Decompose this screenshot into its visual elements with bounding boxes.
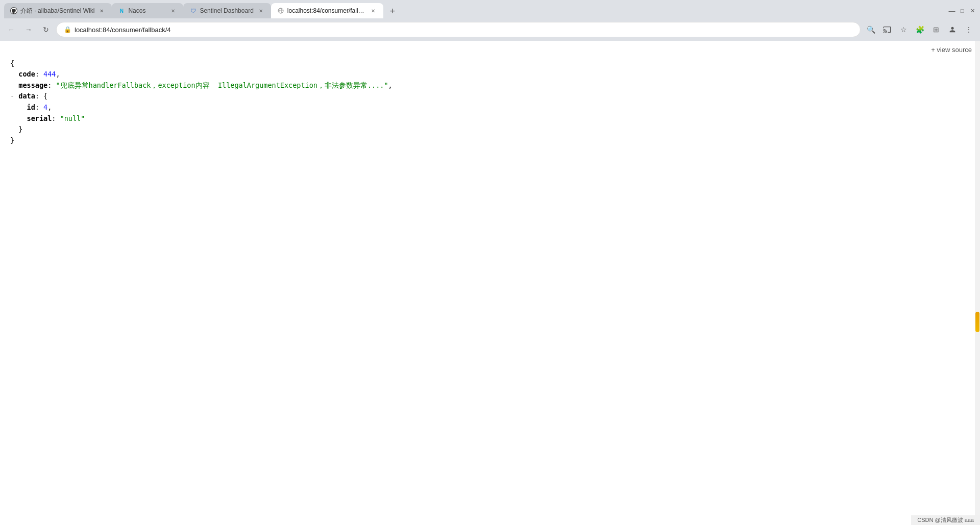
- json-key-serial: serial: [27, 114, 52, 122]
- page-content: + view source { code: 444, message: "兜底异…: [0, 41, 980, 525]
- json-key-message: message: [18, 81, 47, 89]
- json-collapse-data[interactable]: -: [10, 92, 18, 100]
- json-value-id: 4: [43, 103, 47, 111]
- json-close-brace: }: [10, 136, 14, 144]
- browser-chrome: 介绍 · alibaba/Sentinel Wiki ✕ N Nacos ✕ 🛡…: [0, 0, 980, 41]
- view-source-label: + view source: [931, 45, 972, 56]
- url-text: localhost:84/consumer/fallback/4: [75, 26, 853, 34]
- omnibox-bar: ← → ↻ 🔒 localhost:84/consumer/fallback/4…: [0, 18, 980, 41]
- toolbar-icons: 🔍 ☆ 🧩 ⊞ ⋮: [864, 22, 976, 37]
- tab-close-sentinel[interactable]: ✕: [257, 7, 265, 15]
- reload-button[interactable]: ↻: [39, 22, 53, 37]
- tab-icon-nacos: N: [118, 7, 125, 14]
- tab-close-active[interactable]: ✕: [369, 7, 377, 15]
- tab-close-github[interactable]: ✕: [97, 7, 106, 15]
- forward-button[interactable]: →: [21, 22, 36, 37]
- scrollbar-track[interactable]: [975, 41, 980, 525]
- json-display: { code: 444, message: "兜底异常handlerFallba…: [0, 45, 980, 159]
- tab-title-sentinel: Sentinel Dashboard: [200, 7, 253, 14]
- json-key-id: id: [27, 103, 35, 111]
- search-icon[interactable]: 🔍: [864, 22, 878, 37]
- tabs-container: 介绍 · alibaba/Sentinel Wiki ✕ N Nacos ✕ 🛡…: [4, 3, 944, 18]
- minimize-button[interactable]: —: [948, 7, 955, 14]
- tab-sentinel[interactable]: 🛡 Sentinel Dashboard ✕: [183, 3, 271, 18]
- tab-icon-active: [277, 7, 284, 14]
- json-value-code: 444: [43, 70, 56, 78]
- new-tab-button[interactable]: +: [385, 4, 400, 18]
- cast-icon[interactable]: [880, 22, 894, 37]
- status-bar: CSDN @清风微波 aaa: [911, 515, 980, 525]
- json-key-data: data: [18, 92, 35, 100]
- tab-title-github: 介绍 · alibaba/Sentinel Wiki: [20, 7, 94, 15]
- back-button[interactable]: ←: [4, 22, 18, 37]
- json-key-code: code: [18, 70, 35, 78]
- extensions-icon[interactable]: 🧩: [913, 22, 927, 37]
- json-open-brace: {: [10, 59, 14, 67]
- json-close-data-brace: }: [18, 125, 22, 133]
- window-controls: — □ ✕: [948, 7, 976, 14]
- tab-close-nacos[interactable]: ✕: [169, 7, 177, 15]
- view-source-button[interactable]: + view source: [931, 45, 972, 56]
- status-text: CSDN @清风微波 aaa: [917, 517, 974, 523]
- close-button[interactable]: ✕: [969, 7, 976, 14]
- grid-icon[interactable]: ⊞: [929, 22, 943, 37]
- menu-icon[interactable]: ⋮: [962, 22, 976, 37]
- address-bar[interactable]: 🔒 localhost:84/consumer/fallback/4: [56, 22, 861, 37]
- bookmark-icon[interactable]: ☆: [896, 22, 911, 37]
- tab-icon-github: [10, 7, 17, 14]
- profile-icon[interactable]: [945, 22, 960, 37]
- tab-nacos[interactable]: N Nacos ✕: [112, 3, 183, 18]
- tab-title-nacos: Nacos: [128, 7, 166, 14]
- lock-icon: 🔒: [64, 26, 71, 33]
- tab-icon-sentinel: 🛡: [189, 7, 197, 14]
- tab-title-active: localhost:84/consumer/fallbac: [287, 7, 366, 14]
- tab-active[interactable]: localhost:84/consumer/fallbac ✕: [271, 3, 383, 18]
- json-value-serial: "null": [60, 114, 85, 122]
- json-value-message: "兜底异常handlerFallback，exception内容 Illegal…: [56, 81, 388, 89]
- tab-github[interactable]: 介绍 · alibaba/Sentinel Wiki ✕: [4, 3, 112, 18]
- scrollbar-thumb[interactable]: [975, 312, 979, 332]
- maximize-button[interactable]: □: [959, 7, 966, 14]
- title-bar: 介绍 · alibaba/Sentinel Wiki ✕ N Nacos ✕ 🛡…: [0, 0, 980, 18]
